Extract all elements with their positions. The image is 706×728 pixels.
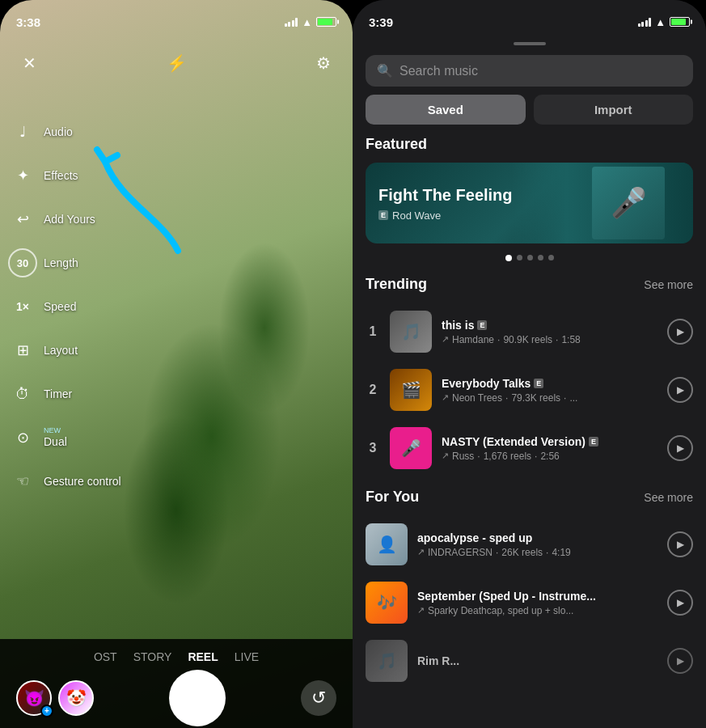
play-for-you-2[interactable]: ▶ bbox=[667, 590, 693, 616]
search-icon: 🔍 bbox=[377, 63, 393, 78]
track-name-3: NASTY (Extended Version) E bbox=[442, 435, 657, 448]
track-thumb-3: 🎤 bbox=[390, 427, 432, 469]
play-for-you-1[interactable]: ▶ bbox=[667, 531, 693, 557]
menu-item-timer[interactable]: ⏱ Timer bbox=[8, 379, 121, 408]
blue-arrow-annotation bbox=[89, 138, 194, 270]
featured-title: Featured bbox=[366, 136, 427, 153]
avatar-row: 😈 + 🤡 bbox=[16, 680, 94, 716]
for-you-name-1: apocalypse - sped up bbox=[417, 531, 657, 544]
mode-post[interactable]: OST bbox=[94, 650, 117, 663]
menu-label-layout: Layout bbox=[44, 344, 78, 357]
track-thumb-1: 🎵 bbox=[390, 311, 432, 353]
rank-2: 2 bbox=[366, 383, 380, 397]
bottom-bar: OST STORY REEL LIVE 😈 + 🤡 ↺ bbox=[0, 639, 353, 728]
status-bar-right: 3:39 ▲ bbox=[353, 0, 706, 36]
explicit-2: E bbox=[534, 379, 543, 388]
tab-saved[interactable]: Saved bbox=[366, 95, 526, 125]
signal-icon bbox=[285, 17, 298, 27]
effects-icon: ✦ bbox=[8, 161, 37, 190]
track-info-1: this is E ↗ Hamdane · 90.9K reels · 1:58 bbox=[442, 319, 657, 345]
close-button[interactable]: ✕ bbox=[15, 49, 44, 78]
explicit-1: E bbox=[477, 320, 487, 330]
capture-button[interactable] bbox=[169, 670, 226, 726]
menu-label-dual: Dual bbox=[44, 435, 67, 448]
for-you-item-3[interactable]: 🎵 Rim R... ▶ bbox=[366, 632, 693, 690]
trending-item-1[interactable]: 1 🎵 this is E ↗ Hamdane · 90.9K reels · … bbox=[366, 303, 693, 361]
status-bar-left: 3:38 ▲ bbox=[0, 0, 353, 36]
track-meta-3: ↗ Russ · 1,676 reels · 2:56 bbox=[442, 451, 657, 462]
for-you-header: For You See more bbox=[366, 489, 693, 506]
track-meta-2: ↗ Neon Trees · 79.3K reels · ... bbox=[442, 392, 657, 404]
featured-header: Featured bbox=[366, 136, 693, 153]
add-yours-icon: ↩ bbox=[8, 205, 37, 234]
flip-camera-button[interactable]: ↺ bbox=[301, 680, 336, 716]
featured-card[interactable]: Fight The Feeling E Rod Wave 🎤 bbox=[366, 163, 693, 243]
for-you-see-more[interactable]: See more bbox=[644, 491, 693, 504]
dual-icon: ⊙ bbox=[8, 423, 37, 452]
for-you-item-2[interactable]: 🎶 September (Sped Up - Instrume... ↗ Spa… bbox=[366, 574, 693, 632]
add-badge: + bbox=[40, 705, 53, 717]
play-for-you-3[interactable]: ▶ bbox=[667, 648, 693, 674]
flash-off-icon[interactable]: ⚡ bbox=[162, 49, 191, 78]
menu-label-speed: Speed bbox=[44, 300, 76, 313]
menu-label-audio: Audio bbox=[44, 125, 73, 138]
for-you-name-3: Rim R... bbox=[417, 654, 657, 667]
trending-see-more[interactable]: See more bbox=[644, 278, 693, 291]
menu-label-add-yours: Add Yours bbox=[44, 213, 95, 226]
explicit-3: E bbox=[589, 437, 598, 447]
trending-section: Trending See more 1 🎵 this is E ↗ Hamdan… bbox=[366, 276, 693, 477]
rank-1: 1 bbox=[366, 324, 380, 339]
mode-selector: OST STORY REEL LIVE bbox=[94, 639, 259, 670]
carousel-dots bbox=[366, 255, 693, 261]
for-you-name-2: September (Sped Up - Instrume... bbox=[417, 590, 657, 603]
artist-silhouette: 🎤 bbox=[592, 167, 665, 239]
track-info-3: NASTY (Extended Version) E ↗ Russ · 1,67… bbox=[442, 435, 657, 462]
menu-item-layout[interactable]: ⊞ Layout bbox=[8, 336, 121, 365]
trending-item-3[interactable]: 3 🎤 NASTY (Extended Version) E ↗ Russ · … bbox=[366, 419, 693, 477]
menu-item-gesture[interactable]: ☜ Gesture control bbox=[8, 467, 121, 496]
for-you-item-1[interactable]: 👤 apocalypse - sped up ↗ INDRAGERSN · 26… bbox=[366, 515, 693, 574]
wifi-icon: ▲ bbox=[302, 16, 312, 28]
battery-icon-right bbox=[670, 17, 690, 27]
length-icon: 30 bbox=[8, 248, 37, 277]
menu-label-effects: Effects bbox=[44, 169, 78, 182]
track-meta-1: ↗ Hamdane · 90.9K reels · 1:58 bbox=[442, 334, 657, 345]
mode-story[interactable]: STORY bbox=[133, 650, 172, 663]
status-icons-left: ▲ bbox=[285, 16, 336, 28]
featured-song-title: Fight The Feeling bbox=[378, 185, 513, 205]
trending-item-2[interactable]: 2 🎬 Everybody Talks E ↗ Neon Trees · 79.… bbox=[366, 361, 693, 419]
mode-live[interactable]: LIVE bbox=[235, 650, 259, 663]
for-you-info-3: Rim R... bbox=[417, 654, 657, 667]
settings-icon[interactable]: ⚙ bbox=[309, 49, 338, 78]
dot-2 bbox=[517, 255, 522, 260]
tab-import[interactable]: Import bbox=[534, 95, 694, 125]
camera-panel: 3:38 ▲ ✕ ⚡ ⚙ ♩ Audio ✦ Effects bbox=[0, 0, 353, 728]
gesture-icon: ☜ bbox=[8, 467, 37, 496]
dual-new-badge: NEW bbox=[44, 426, 67, 434]
drag-handle bbox=[514, 42, 546, 45]
featured-artist-row: E Rod Wave bbox=[378, 210, 513, 222]
menu-label-gesture: Gesture control bbox=[44, 475, 121, 488]
time-left: 3:38 bbox=[16, 15, 40, 29]
track-thumb-2: 🎬 bbox=[390, 369, 432, 411]
play-button-3[interactable]: ▶ bbox=[667, 435, 693, 461]
track-name-1: this is E bbox=[442, 319, 657, 332]
rank-3: 3 bbox=[366, 441, 380, 455]
for-you-section: For You See more 👤 apocalypse - sped up … bbox=[366, 489, 693, 690]
search-bar[interactable]: 🔍 Search music bbox=[366, 55, 693, 87]
tab-row: Saved Import bbox=[353, 95, 706, 136]
dot-5 bbox=[548, 255, 554, 260]
menu-item-speed[interactable]: 1× Speed bbox=[8, 292, 121, 321]
profile-add[interactable]: 😈 + bbox=[16, 680, 52, 716]
wifi-icon-right: ▲ bbox=[655, 16, 666, 28]
menu-label-timer: Timer bbox=[44, 387, 72, 400]
avatar-pink[interactable]: 🤡 bbox=[58, 680, 94, 716]
menu-item-dual[interactable]: ⊙ NEW Dual bbox=[8, 423, 121, 452]
play-button-1[interactable]: ▶ bbox=[667, 319, 693, 345]
dot-4 bbox=[538, 255, 543, 260]
scroll-content[interactable]: Featured Fight The Feeling E Rod Wave 🎤 bbox=[353, 136, 706, 728]
status-icons-right: ▲ bbox=[638, 16, 690, 28]
trending-title: Trending bbox=[366, 276, 427, 293]
play-button-2[interactable]: ▶ bbox=[667, 377, 693, 403]
mode-reel[interactable]: REEL bbox=[188, 650, 218, 663]
